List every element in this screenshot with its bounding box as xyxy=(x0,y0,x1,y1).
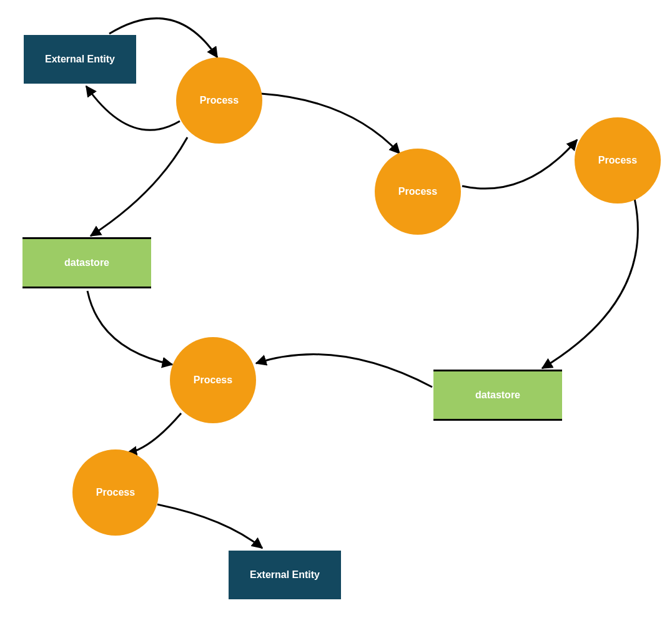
process-node[interactable]: Process xyxy=(72,449,159,536)
datastore-node[interactable]: datastore xyxy=(433,370,562,421)
node-label: Process xyxy=(598,155,637,166)
process-node[interactable]: Process xyxy=(176,57,262,144)
external-entity-node[interactable]: External Entity xyxy=(24,35,136,84)
node-label: External Entity xyxy=(250,569,320,581)
node-label: Process xyxy=(96,487,135,498)
node-label: Process xyxy=(194,375,232,386)
flow-arrow xyxy=(157,504,262,548)
flow-arrow xyxy=(86,86,180,130)
node-label: Process xyxy=(200,95,239,106)
process-node[interactable]: Process xyxy=(575,117,661,204)
flow-arrow xyxy=(87,291,172,365)
flow-arrow xyxy=(542,199,638,368)
node-label: datastore xyxy=(475,390,520,401)
node-label: External Entity xyxy=(45,54,115,65)
external-entity-node[interactable]: External Entity xyxy=(229,551,341,599)
flow-arrow xyxy=(256,355,432,387)
flow-arrow xyxy=(91,137,187,236)
node-label: datastore xyxy=(64,257,109,268)
flow-arrow xyxy=(261,94,400,154)
flow-arrow xyxy=(462,140,577,189)
node-label: Process xyxy=(398,186,437,197)
process-node[interactable]: Process xyxy=(170,337,256,423)
process-node[interactable]: Process xyxy=(375,149,461,235)
datastore-node[interactable]: datastore xyxy=(22,237,151,288)
arrows-layer xyxy=(0,0,672,628)
flow-arrow xyxy=(127,413,181,453)
